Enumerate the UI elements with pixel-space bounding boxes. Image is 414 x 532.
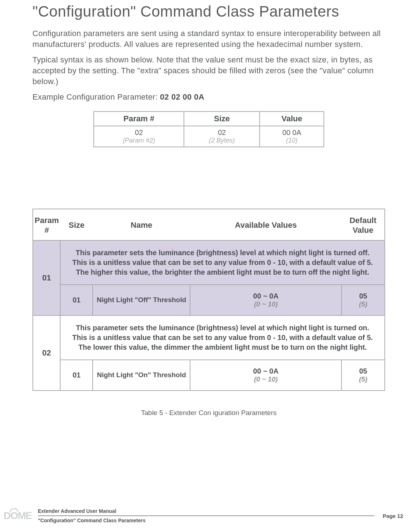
param-01-default: 05 (5) bbox=[342, 285, 385, 315]
param-01-description: This parameter sets the luminance (brigh… bbox=[60, 240, 385, 285]
param-01-number: 01 bbox=[33, 240, 60, 315]
ex-cell-value-top: 00 0A bbox=[264, 128, 320, 137]
param-01-default-dec: (5) bbox=[342, 300, 384, 308]
col-header-name: Name bbox=[93, 209, 190, 240]
param-02-available: 00 ~ 0A (0 ~ 10) bbox=[190, 360, 342, 391]
param-01-default-hex: 05 bbox=[342, 292, 384, 300]
intro-paragraph-2: Typical syntax is as shown below. Note t… bbox=[32, 54, 385, 87]
page-number: Page 12 bbox=[374, 513, 403, 519]
col-header-param: Param # bbox=[33, 209, 60, 240]
footer-center: Extender Advanced User Manual "Configura… bbox=[38, 508, 374, 523]
col-header-default: Default Value bbox=[342, 209, 385, 240]
ex-header-size: Size bbox=[184, 112, 260, 126]
param-02-available-hex: 00 ~ 0A bbox=[190, 367, 341, 375]
param-02-name: Night Light "On" Threshold bbox=[93, 360, 190, 391]
param-02-default: 05 (5) bbox=[342, 360, 385, 391]
ex-cell-param-bot: (Param #2) bbox=[98, 137, 180, 144]
param-02-description: This parameter sets the luminance (brigh… bbox=[60, 315, 385, 360]
ex-cell-size: 02 (2 Bytes) bbox=[184, 126, 260, 147]
page-footer: DOME Extender Advanced User Manual "Conf… bbox=[0, 508, 414, 523]
param-01-name: Night Light "Off" Threshold bbox=[93, 285, 190, 315]
dome-logo: DOME bbox=[4, 510, 38, 522]
page-title: "Configuration" Command Class Parameters bbox=[32, 3, 385, 20]
table-caption: Table 5 - Extender Con iguration Paramet… bbox=[32, 409, 385, 417]
ex-header-param: Param # bbox=[94, 112, 184, 126]
ex-cell-param: 02 (Param #2) bbox=[94, 126, 184, 147]
footer-section-title: "Configuration" Command Class Parameters bbox=[38, 516, 374, 523]
param-01-size: 01 bbox=[60, 285, 93, 315]
col-header-size: Size bbox=[60, 209, 93, 240]
ex-cell-param-top: 02 bbox=[98, 128, 180, 137]
param-02-default-dec: (5) bbox=[342, 375, 384, 383]
param-02-number: 02 bbox=[33, 315, 60, 391]
example-table: Param # Size Value 02 (Param #2) 02 (2 B… bbox=[93, 111, 324, 147]
example-value: 02 02 00 0A bbox=[160, 92, 204, 101]
ex-cell-size-bot: (2 Bytes) bbox=[188, 137, 256, 144]
example-line: Example Configuration Parameter: 02 02 0… bbox=[32, 92, 385, 103]
param-02-available-dec: (0 ~ 10) bbox=[190, 375, 341, 383]
intro-paragraph-1: Configuration parameters are sent using … bbox=[32, 28, 385, 49]
ex-cell-value-bot: (10) bbox=[264, 137, 320, 144]
param-01-available: 00 ~ 0A (0 ~ 10) bbox=[190, 285, 342, 315]
param-02-default-hex: 05 bbox=[342, 367, 384, 375]
param-02-size: 01 bbox=[60, 360, 93, 391]
ex-cell-size-top: 02 bbox=[188, 128, 256, 137]
col-header-available: Available Values bbox=[190, 209, 342, 240]
ex-cell-value: 00 0A (10) bbox=[260, 126, 324, 147]
parameters-table: Param # Size Name Available Values Defau… bbox=[32, 209, 385, 391]
example-label: Example Configuration Parameter: bbox=[32, 92, 160, 101]
param-01-available-dec: (0 ~ 10) bbox=[190, 300, 341, 308]
ex-header-value: Value bbox=[260, 112, 324, 126]
footer-manual-title: Extender Advanced User Manual bbox=[38, 508, 374, 516]
param-01-available-hex: 00 ~ 0A bbox=[190, 292, 341, 300]
